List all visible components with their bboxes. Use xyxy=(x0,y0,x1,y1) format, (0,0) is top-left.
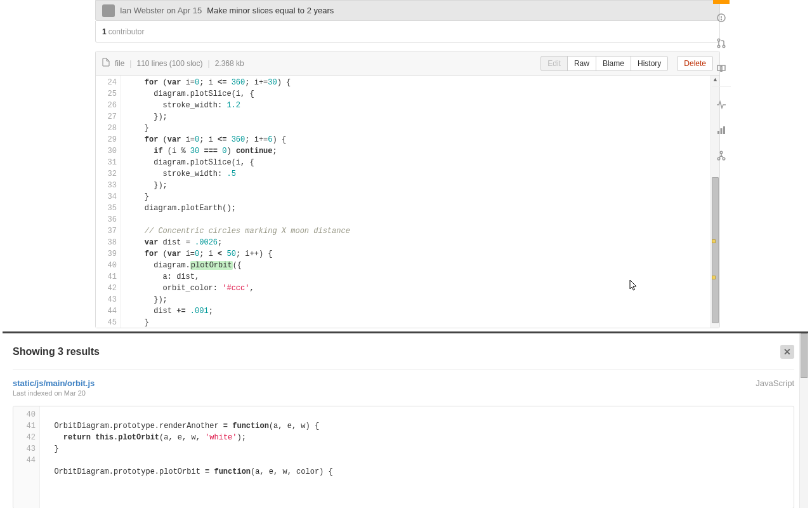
svg-point-10 xyxy=(717,157,720,160)
svg-rect-6 xyxy=(717,131,719,134)
search-results-panel: Showing 3 results ✕ static/js/main/orbit… xyxy=(3,331,808,508)
svg-rect-7 xyxy=(721,128,723,134)
results-scroll-thumb[interactable] xyxy=(801,333,808,378)
results-header: Showing 3 results ✕ xyxy=(13,338,794,370)
result-file-row: static/js/main/orbit.js Last indexed on … xyxy=(13,370,794,399)
scroll-marker xyxy=(712,239,716,243)
code-viewer[interactable]: 2425262728293031323334353637383940414243… xyxy=(96,76,719,328)
snippet-gutter: 4041424344 xyxy=(13,406,40,508)
edit-button[interactable]: Edit xyxy=(540,56,568,71)
file-frame: file | 110 lines (100 sloc) | 2.368 kb E… xyxy=(95,51,720,328)
scroll-thumb[interactable] xyxy=(712,177,719,323)
right-sidebar xyxy=(712,0,731,167)
results-scrollbar[interactable] xyxy=(799,333,808,508)
file-icon xyxy=(102,58,110,69)
commit-author[interactable]: Ian Webster on Apr 15 xyxy=(120,6,202,15)
contributor-label: contributor xyxy=(108,27,145,36)
code-lines[interactable]: for (var i=0; i <= 360; i+=30) { diagram… xyxy=(121,76,719,328)
file-size: 2.368 kb xyxy=(215,59,244,68)
result-snippet[interactable]: 4041424344 OrbitDiagram.prototype.render… xyxy=(13,406,794,508)
file-actions: Edit Raw Blame History xyxy=(540,56,668,71)
svg-point-4 xyxy=(717,45,720,48)
pull-request-icon[interactable] xyxy=(712,32,731,55)
contributors-bar: 1 contributor xyxy=(95,21,720,43)
file-label: file xyxy=(115,59,124,68)
scroll-marker xyxy=(712,276,716,279)
file-lines: 110 lines (100 sloc) xyxy=(136,59,202,68)
history-button[interactable]: History xyxy=(631,56,668,71)
issues-icon[interactable] xyxy=(712,6,731,29)
pulse-icon[interactable] xyxy=(712,93,731,116)
snippet-code[interactable]: OrbitDiagram.prototype.renderAnother = f… xyxy=(40,406,794,508)
avatar[interactable] xyxy=(102,4,115,17)
contributor-count: 1 xyxy=(102,27,107,36)
line-gutter: 2425262728293031323334353637383940414243… xyxy=(96,76,121,328)
svg-point-5 xyxy=(723,45,725,48)
delete-button[interactable]: Delete xyxy=(677,56,713,71)
wiki-icon[interactable] xyxy=(712,57,731,80)
result-indexed: Last indexed on Mar 20 xyxy=(13,389,95,397)
blame-button[interactable]: Blame xyxy=(596,56,631,71)
commit-message[interactable]: Make minor slices equal to 2 years xyxy=(207,6,334,15)
results-title: Showing 3 results xyxy=(13,346,100,358)
sidebar-accent xyxy=(713,0,730,4)
network-icon[interactable] xyxy=(712,144,731,167)
svg-point-3 xyxy=(717,39,720,41)
svg-point-11 xyxy=(723,157,725,160)
result-language: JavaScript xyxy=(756,378,794,397)
svg-point-9 xyxy=(720,151,723,154)
svg-point-2 xyxy=(721,20,722,20)
close-icon[interactable]: ✕ xyxy=(780,345,794,359)
svg-rect-8 xyxy=(723,126,725,134)
graphs-icon[interactable] xyxy=(712,119,731,142)
commit-bar: Ian Webster on Apr 15 Make minor slices … xyxy=(95,0,720,21)
raw-button[interactable]: Raw xyxy=(567,56,596,71)
result-file-link[interactable]: static/js/main/orbit.js xyxy=(13,378,95,388)
file-header: file | 110 lines (100 sloc) | 2.368 kb E… xyxy=(96,51,719,76)
